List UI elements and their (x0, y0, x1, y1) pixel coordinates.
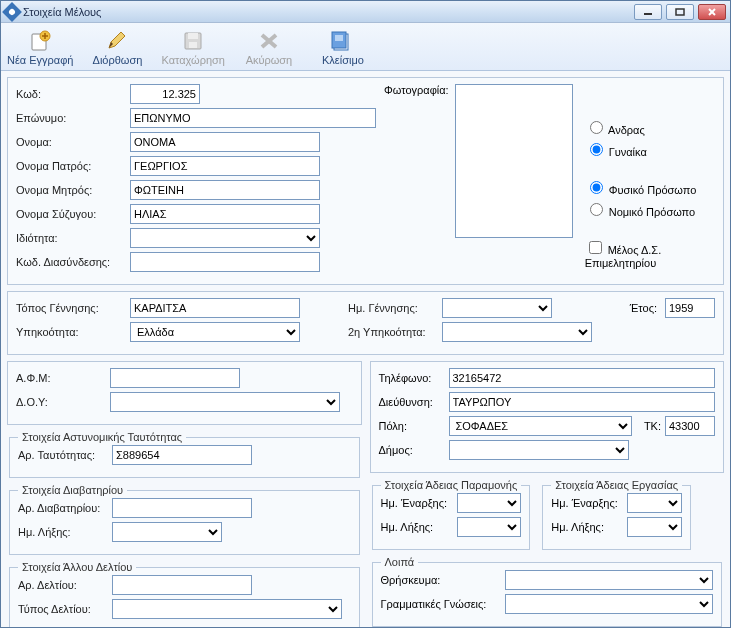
city-select[interactable]: ΣΟΦΑΔΕΣ (449, 416, 632, 436)
maximize-icon (675, 8, 685, 16)
close-toolbar-icon (330, 29, 356, 53)
other-doc-fieldset: Στοιχεία Άλλου Δελτίου Αρ. Δελτίου: Τύπο… (9, 561, 360, 627)
mother-name-field[interactable] (130, 180, 320, 200)
code-field[interactable] (130, 84, 200, 104)
doc-type-label: Τύπος Δελτίου: (18, 603, 108, 615)
birth-panel: Τόπος Γέννησης: Ημ. Γέννησης: Έτος: Υπηκ… (7, 291, 724, 355)
res-start-select[interactable] (457, 493, 522, 513)
father-name-field[interactable] (130, 156, 320, 176)
new-record-label: Νέα Εγγραφή (7, 54, 73, 66)
radio-group-area: Ανδρας Γυναίκα Φυσικό Πρόσωπο Νομικό Πρό… (581, 84, 715, 276)
window-buttons (634, 4, 726, 20)
res-end-select[interactable] (457, 517, 522, 537)
passport-expiry-select[interactable] (112, 522, 222, 542)
natural-person-radio[interactable]: Φυσικό Πρόσωπο (585, 178, 715, 196)
afm-field[interactable] (110, 368, 240, 388)
toolbar: Νέα Εγγραφή Διόρθωση Καταχώρηση Ακύρωση … (1, 23, 730, 71)
id-number-field[interactable] (112, 445, 252, 465)
id-fieldset: Στοιχεία Αστυνομικής Ταυτότητας Αρ. Ταυτ… (9, 431, 360, 478)
minimize-button[interactable] (634, 4, 662, 20)
year-label: Έτος: (630, 302, 657, 314)
minimize-icon (643, 8, 653, 16)
birth-date-label: Ημ. Γέννησης: (348, 302, 438, 314)
other-doc-legend: Στοιχεία Άλλου Δελτίου (18, 561, 136, 573)
work-legend: Στοιχεία Άδειας Εργασίας (551, 479, 682, 491)
spouse-name-field[interactable] (130, 204, 320, 224)
municipality-label: Δήμος: (379, 444, 445, 456)
svg-rect-17 (335, 35, 343, 41)
svg-rect-1 (676, 9, 684, 15)
contact-panel: Τηλέφωνο: Διεύθυνση: Πόλη: ΣΟΦΑΔΕΣ ΤΚ: (370, 361, 725, 473)
phone-label: Τηλέφωνο: (379, 372, 445, 384)
edit-icon (104, 29, 130, 53)
residence-legend: Στοιχεία Άδειας Παραμονής (381, 479, 522, 491)
birth-year-field[interactable] (665, 298, 715, 318)
cancel-icon (256, 29, 282, 53)
work-start-select[interactable] (627, 493, 682, 513)
work-end-select[interactable] (627, 517, 682, 537)
code-label: Κωδ: (16, 88, 126, 100)
legal-person-radio[interactable]: Νομικό Πρόσωπο (585, 200, 715, 218)
id-number-label: Αρ. Ταυτότητας: (18, 449, 108, 461)
afm-panel: Α.Φ.Μ: Δ.Ο.Υ: (7, 361, 362, 425)
father-name-label: Ονομα Πατρός: (16, 160, 126, 172)
address-label: Διεύθυνση: (379, 396, 445, 408)
spouse-name-label: Ονομα Σύζυγου: (16, 208, 126, 220)
postcode-field[interactable] (665, 416, 715, 436)
nationality-label: Υπηκοότητα: (16, 326, 126, 338)
gender-male-radio[interactable]: Ανδρας (585, 118, 715, 136)
edit-button[interactable]: Διόρθωση (87, 29, 147, 68)
religion-label: Θρήσκευμα: (381, 574, 501, 586)
link-code-label: Κωδ. Διασύνδεσης: (16, 256, 126, 268)
phone-field[interactable] (449, 368, 716, 388)
postcode-label: ΤΚ: (644, 420, 661, 432)
surname-field[interactable] (130, 108, 376, 128)
doy-label: Δ.Ο.Υ: (16, 396, 106, 408)
misc-fieldset: Λοιπά Θρήσκευμα: Γραμματικές Γνώσεις: (372, 556, 723, 627)
link-code-field[interactable] (130, 252, 320, 272)
titlebar: Στοιχεία Μέλους (1, 1, 730, 23)
cancel-button: Ακύρωση (239, 29, 299, 68)
photo-box[interactable] (455, 84, 573, 238)
address-field[interactable] (449, 392, 716, 412)
cancel-label: Ακύρωση (246, 54, 293, 66)
photo-label: Φωτογραφία: (384, 84, 449, 276)
gender-female-radio[interactable]: Γυναίκα (585, 140, 715, 158)
svg-rect-11 (188, 33, 198, 39)
nationality-select[interactable]: Ελλάδα (130, 322, 300, 342)
content-area: Κωδ: Επώνυμο: Ονομα: Ονομα Πατρός: Ονομα… (1, 71, 730, 627)
maximize-button[interactable] (666, 4, 694, 20)
municipality-select[interactable] (449, 440, 629, 460)
save-button: Καταχώρηση (161, 29, 224, 68)
name-label: Ονομα: (16, 136, 126, 148)
doc-type-select[interactable] (112, 599, 342, 619)
save-label: Καταχώρηση (161, 54, 224, 66)
languages-select[interactable] (505, 594, 714, 614)
close-button[interactable]: Κλείσιμο (313, 29, 373, 68)
identity-panel: Κωδ: Επώνυμο: Ονομα: Ονομα Πατρός: Ονομα… (7, 77, 724, 285)
religion-select[interactable] (505, 570, 714, 590)
birth-date-select[interactable] (442, 298, 552, 318)
name-field[interactable] (130, 132, 320, 152)
edit-label: Διόρθωση (93, 54, 143, 66)
save-icon (180, 29, 206, 53)
misc-legend: Λοιπά (381, 556, 419, 568)
chamber-member-checkbox[interactable]: Μέλος Δ.Σ. Επιμελητηρίου (585, 238, 715, 269)
window-title: Στοιχεία Μέλους (23, 6, 634, 18)
capacity-select[interactable] (130, 228, 320, 248)
nationality2-select[interactable] (442, 322, 592, 342)
close-window-button[interactable] (698, 4, 726, 20)
birth-place-field[interactable] (130, 298, 300, 318)
doc-number-field[interactable] (112, 575, 252, 595)
close-label: Κλείσιμο (322, 54, 364, 66)
doy-select[interactable] (110, 392, 340, 412)
member-window: Στοιχεία Μέλους Νέα Εγγραφή Διόρθωση (0, 0, 731, 628)
work-start-label: Ημ. Έναρξης: (551, 497, 623, 509)
surname-label: Επώνυμο: (16, 112, 126, 124)
nationality2-label: 2η Υπηκοότητα: (348, 326, 438, 338)
app-icon (2, 2, 22, 22)
doc-number-label: Αρ. Δελτίου: (18, 579, 108, 591)
passport-number-label: Αρ. Διαβατηρίου: (18, 502, 108, 514)
new-record-button[interactable]: Νέα Εγγραφή (7, 29, 73, 68)
passport-number-field[interactable] (112, 498, 252, 518)
